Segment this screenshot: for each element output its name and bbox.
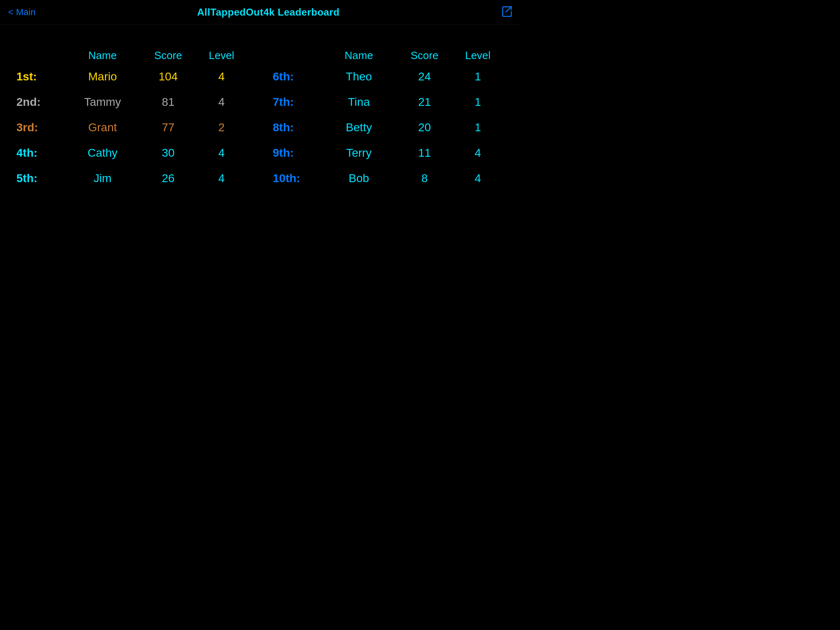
table-row: 4th: Cathy 30 4: [16, 146, 248, 160]
rank-label: 10th:: [273, 172, 322, 185]
back-button[interactable]: < Main: [8, 7, 36, 18]
player-level: 4: [197, 70, 246, 83]
player-name: Terry: [322, 146, 396, 160]
left-header-name: Name: [66, 49, 139, 62]
left-header-level: Level: [197, 49, 246, 62]
table-row: 7th: Tina 21 1: [273, 96, 504, 109]
left-leaderboard-table: Name Score Level 1st: Mario 104 4 2nd: T…: [16, 49, 248, 197]
player-level: 4: [197, 96, 246, 109]
left-header-rank: [16, 49, 66, 62]
player-name: Grant: [66, 121, 139, 134]
player-score: 30: [139, 146, 197, 160]
rank-label: 4th:: [16, 146, 66, 160]
share-button[interactable]: [501, 5, 513, 19]
left-table-header: Name Score Level: [16, 49, 248, 62]
right-header-level: Level: [453, 49, 502, 62]
table-row: 5th: Jim 26 4: [16, 172, 248, 185]
player-name: Tammy: [66, 96, 139, 109]
player-level: 1: [453, 70, 502, 83]
rank-label: 3rd:: [16, 121, 66, 134]
player-level: 4: [453, 146, 502, 160]
table-row: 10th: Bob 8 4: [273, 172, 504, 185]
table-row: 8th: Betty 20 1: [273, 121, 504, 134]
svg-line-0: [506, 7, 511, 12]
player-score: 8: [396, 172, 453, 185]
player-name: Betty: [322, 121, 396, 134]
table-row: 2nd: Tammy 81 4: [16, 96, 248, 109]
right-table-header: Name Score Level: [273, 49, 504, 62]
table-row: 9th: Terry 11 4: [273, 146, 504, 160]
player-level: 2: [197, 121, 246, 134]
navigation-bar: < Main AllTappedOut4k Leaderboard: [0, 0, 521, 25]
player-score: 24: [396, 70, 453, 83]
player-name: Jim: [66, 172, 139, 185]
player-score: 20: [396, 121, 453, 134]
rank-label: 7th:: [273, 96, 322, 109]
rank-label: 2nd:: [16, 96, 66, 109]
player-score: 11: [396, 146, 453, 160]
player-score: 21: [396, 96, 453, 109]
table-row: 3rd: Grant 77 2: [16, 121, 248, 134]
rank-label: 1st:: [16, 70, 66, 83]
player-name: Cathy: [66, 146, 139, 160]
player-score: 81: [139, 96, 197, 109]
table-row: 6th: Theo 24 1: [273, 70, 504, 83]
player-level: 4: [453, 172, 502, 185]
right-header-rank: [273, 49, 322, 62]
right-leaderboard-table: Name Score Level 6th: Theo 24 1 7th: Tin…: [273, 49, 504, 197]
rank-label: 8th:: [273, 121, 322, 134]
player-name: Tina: [322, 96, 396, 109]
player-level: 1: [453, 96, 502, 109]
main-content: Name Score Level 1st: Mario 104 4 2nd: T…: [0, 25, 521, 214]
player-level: 4: [197, 172, 246, 185]
page-title: AllTappedOut4k Leaderboard: [197, 7, 340, 18]
player-name: Theo: [322, 70, 396, 83]
player-level: 4: [197, 146, 246, 160]
player-score: 104: [139, 70, 197, 83]
player-name: Mario: [66, 70, 139, 83]
table-row: 1st: Mario 104 4: [16, 70, 248, 83]
right-header-name: Name: [322, 49, 396, 62]
player-score: 26: [139, 172, 197, 185]
player-name: Bob: [322, 172, 396, 185]
left-header-score: Score: [139, 49, 197, 62]
rank-label: 9th:: [273, 146, 322, 160]
player-score: 77: [139, 121, 197, 134]
player-level: 1: [453, 121, 502, 134]
rank-label: 5th:: [16, 172, 66, 185]
right-header-score: Score: [396, 49, 453, 62]
rank-label: 6th:: [273, 70, 322, 83]
share-icon: [501, 5, 513, 17]
